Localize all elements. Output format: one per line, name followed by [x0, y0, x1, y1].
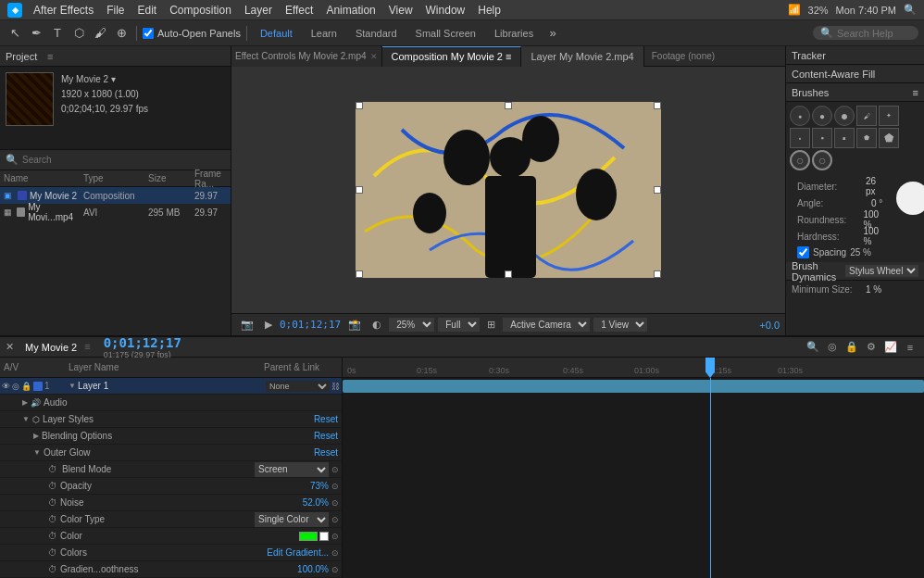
- menu-composition[interactable]: Composition: [164, 2, 237, 19]
- tl-search-btn[interactable]: 🔍: [805, 339, 821, 356]
- brush-9[interactable]: ⬟: [879, 128, 899, 148]
- brush-3[interactable]: 🖌: [856, 106, 877, 126]
- stopwatch-noise[interactable]: ⏱: [48, 497, 57, 508]
- brush-1[interactable]: ●: [812, 106, 832, 126]
- layer-1[interactable]: 👁 ◎ 🔒 1 ▼ Layer 1 None ⛓: [0, 378, 342, 395]
- viewer-zoom-select[interactable]: 25%: [389, 318, 434, 332]
- file-row-1[interactable]: ▦ My Movi...mp4 AVI 295 MB 29.97: [0, 204, 231, 220]
- project-search-input[interactable]: [22, 155, 225, 165]
- brush-7[interactable]: ▪: [834, 128, 855, 148]
- outerglow-reset[interactable]: Reset: [314, 447, 338, 458]
- viewer-alpha-btn[interactable]: ◐: [368, 318, 385, 332]
- tool-pen[interactable]: ✒: [27, 24, 45, 43]
- prop-outer-glow[interactable]: ▼ Outer Glow Reset: [0, 445, 342, 461]
- layer1-solo[interactable]: ◎: [12, 382, 19, 391]
- prop-blending[interactable]: ▶ Blending Options Reset: [0, 428, 342, 445]
- tl-motion-btn[interactable]: ⚙: [863, 339, 880, 356]
- workspace-libraries[interactable]: Libraries: [487, 26, 541, 41]
- tool-brush[interactable]: 🖌: [91, 24, 109, 43]
- blending-reset[interactable]: Reset: [314, 431, 338, 441]
- spacing-checkbox[interactable]: [797, 246, 809, 258]
- tl-graph-btn[interactable]: 📈: [882, 339, 899, 356]
- brush-0[interactable]: ●: [790, 106, 810, 126]
- viewer-camera-btn[interactable]: 📷: [237, 318, 257, 332]
- blending-expand[interactable]: ▶: [33, 432, 39, 440]
- viewer-grid-btn[interactable]: ⊞: [483, 318, 499, 332]
- workspace-small-screen[interactable]: Small Screen: [408, 26, 483, 41]
- workspace-learn[interactable]: Learn: [304, 26, 344, 41]
- brush-dynamics-select[interactable]: Stylus Wheel: [845, 265, 918, 277]
- workspace-default[interactable]: Default: [253, 26, 300, 41]
- handle-bm[interactable]: [505, 270, 512, 278]
- stopwatch-colors[interactable]: ⏱: [48, 547, 57, 558]
- menu-layer[interactable]: Layer: [239, 2, 278, 19]
- viewer-quality-select[interactable]: Full: [438, 318, 480, 332]
- stopwatch-colortype[interactable]: ⏱: [48, 514, 57, 524]
- menu-effect[interactable]: Effect: [280, 2, 318, 19]
- brush-11[interactable]: ○: [812, 150, 832, 170]
- menu-file[interactable]: File: [101, 2, 130, 19]
- color-white-swatch[interactable]: [319, 532, 329, 541]
- layer1-link[interactable]: ⛓: [331, 382, 340, 391]
- comp-tab-layer[interactable]: Layer My Movie 2.mp4: [521, 46, 643, 67]
- tool-clone[interactable]: ⊕: [112, 24, 131, 43]
- color-swatch[interactable]: [299, 532, 318, 541]
- handle-bl[interactable]: [356, 270, 363, 278]
- handle-ml[interactable]: [356, 186, 363, 194]
- layerstyles-expand[interactable]: ▼: [22, 415, 30, 423]
- outerglow-expand[interactable]: ▼: [33, 448, 41, 457]
- workspace-more[interactable]: »: [543, 24, 562, 43]
- prop-layer-styles[interactable]: ▼ ⬡ Layer Styles Reset: [0, 411, 342, 428]
- search-input[interactable]: [837, 28, 911, 39]
- menu-view[interactable]: View: [383, 2, 418, 19]
- tab-close-effect[interactable]: ✕: [370, 52, 378, 61]
- blend-mode-select[interactable]: Screen: [255, 462, 329, 477]
- search-icon[interactable]: 🔍: [904, 4, 917, 16]
- layer1-eye[interactable]: 👁: [2, 382, 10, 391]
- auto-open-checkbox[interactable]: [143, 28, 154, 39]
- menu-after-effects[interactable]: After Effects: [28, 2, 99, 19]
- brush-6[interactable]: ▪: [812, 128, 832, 148]
- brush-10[interactable]: ○: [790, 150, 810, 170]
- handle-br[interactable]: [654, 270, 661, 278]
- timeline-close[interactable]: ✕: [6, 341, 14, 353]
- tl-solo-btn[interactable]: ◎: [824, 339, 841, 356]
- menu-window[interactable]: Window: [420, 2, 471, 19]
- brush-5[interactable]: ▪: [790, 128, 810, 148]
- prop-audio[interactable]: ▶ 🔊 Audio: [0, 395, 342, 411]
- comp-tab-main[interactable]: Composition My Movie 2 ≡: [382, 46, 522, 67]
- handle-tm[interactable]: [505, 102, 512, 109]
- tool-arrow[interactable]: ↖: [6, 24, 24, 43]
- brush-8[interactable]: ⬟: [856, 128, 877, 148]
- tl-tab-expand[interactable]: ≡: [84, 341, 90, 354]
- menu-animation[interactable]: Animation: [320, 2, 381, 19]
- layer1-parent[interactable]: None: [266, 381, 330, 392]
- viewer-play-btn[interactable]: ▶: [261, 318, 276, 332]
- stopwatch-gradsmooth[interactable]: ⏱: [48, 564, 57, 574]
- handle-tr[interactable]: [654, 102, 661, 109]
- tl-lock-btn[interactable]: 🔒: [843, 339, 860, 356]
- layerstyles-reset[interactable]: Reset: [314, 414, 338, 424]
- tool-text[interactable]: T: [48, 24, 67, 43]
- handle-mr[interactable]: [654, 186, 661, 194]
- menu-help[interactable]: Help: [472, 2, 506, 19]
- handle-tl[interactable]: [356, 102, 363, 109]
- viewer-view-count[interactable]: 1 View: [593, 318, 647, 332]
- viewer-snap-btn[interactable]: 📸: [344, 318, 365, 332]
- brush-4[interactable]: ✦: [879, 106, 899, 126]
- project-menu-btn[interactable]: ≡: [43, 49, 57, 64]
- colortype-select[interactable]: Single Color: [255, 512, 329, 527]
- menu-edit[interactable]: Edit: [131, 2, 162, 19]
- layer1-lock[interactable]: 🔒: [21, 382, 31, 391]
- brush-2[interactable]: ●: [834, 106, 855, 126]
- viewer-camera-select[interactable]: Active Camera: [503, 318, 590, 332]
- audio-expand[interactable]: ▶: [22, 398, 28, 407]
- tl-cols-btn[interactable]: ≡: [902, 339, 918, 356]
- stopwatch-opacity[interactable]: ⏱: [48, 481, 57, 491]
- stopwatch-blend[interactable]: ⏱: [48, 464, 59, 474]
- tool-shape[interactable]: ⬡: [69, 24, 88, 43]
- brushes-menu[interactable]: ≡: [913, 87, 918, 98]
- edit-gradient-btn[interactable]: Edit Gradient...: [267, 547, 329, 558]
- effect-controls-tab[interactable]: Effect Controls My Movie 2.mp4 ✕: [231, 46, 382, 67]
- stopwatch-color[interactable]: ⏱: [48, 531, 57, 541]
